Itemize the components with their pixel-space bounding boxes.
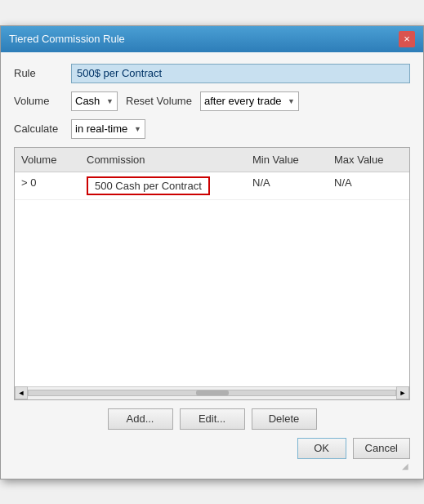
close-button[interactable]: ×: [399, 31, 415, 47]
delete-button[interactable]: Delete: [252, 408, 317, 430]
calculate-select[interactable]: in real-time: [71, 119, 145, 139]
volume-select[interactable]: Cash: [71, 91, 118, 111]
col-header-commission: Commission: [80, 151, 246, 168]
ok-cancel-row: OK Cancel: [14, 438, 410, 462]
commission-table-container: Volume Commission Min Value Max Value > …: [14, 147, 410, 400]
rule-label: Rule: [14, 67, 71, 79]
after-every-trade-wrapper: after every trade: [200, 91, 299, 111]
table-row[interactable]: > 0 500 Cash per Contract N/A N/A: [15, 172, 409, 200]
scroll-right-button[interactable]: ►: [396, 386, 409, 399]
cell-minvalue: N/A: [246, 172, 328, 199]
volume-label: Volume: [14, 95, 71, 107]
calculate-select-wrapper: in real-time: [71, 119, 145, 139]
scroll-thumb[interactable]: [196, 390, 229, 395]
after-every-trade-select[interactable]: after every trade: [200, 91, 299, 111]
scroll-left-button[interactable]: ◄: [15, 386, 28, 399]
volume-row: Volume Cash Reset Volume after every tra…: [14, 91, 410, 111]
scroll-track[interactable]: [28, 390, 396, 396]
rule-input[interactable]: [71, 64, 410, 83]
action-buttons-row: Add... Edit... Delete: [14, 408, 410, 430]
title-bar: Tiered Commission Rule ×: [1, 26, 423, 52]
cancel-button[interactable]: Cancel: [353, 438, 410, 459]
edit-button[interactable]: Edit...: [180, 408, 245, 430]
col-header-minvalue: Min Value: [246, 151, 328, 168]
cell-maxvalue: N/A: [328, 172, 409, 199]
horizontal-scrollbar[interactable]: ◄ ►: [15, 386, 409, 399]
ok-button[interactable]: OK: [297, 438, 346, 459]
col-header-volume: Volume: [15, 151, 80, 168]
resize-handle: ◢: [14, 462, 410, 471]
reset-volume-label: Reset Volume: [126, 95, 192, 107]
tiered-commission-dialog: Tiered Commission Rule × Rule Volume Cas…: [0, 25, 424, 479]
cell-commission: 500 Cash per Contract: [80, 172, 246, 199]
rule-row: Rule: [14, 64, 410, 83]
table-header: Volume Commission Min Value Max Value: [15, 148, 409, 172]
commission-value: 500 Cash per Contract: [87, 176, 210, 195]
dialog-title: Tiered Commission Rule: [9, 33, 125, 45]
col-header-maxvalue: Max Value: [328, 151, 409, 168]
add-button[interactable]: Add...: [108, 408, 173, 430]
calculate-row: Calculate in real-time: [14, 119, 410, 139]
dialog-body: Rule Volume Cash Reset Volume after ever…: [1, 52, 423, 479]
calculate-label: Calculate: [14, 123, 71, 135]
volume-select-wrapper: Cash: [71, 91, 118, 111]
cell-volume: > 0: [15, 172, 80, 199]
